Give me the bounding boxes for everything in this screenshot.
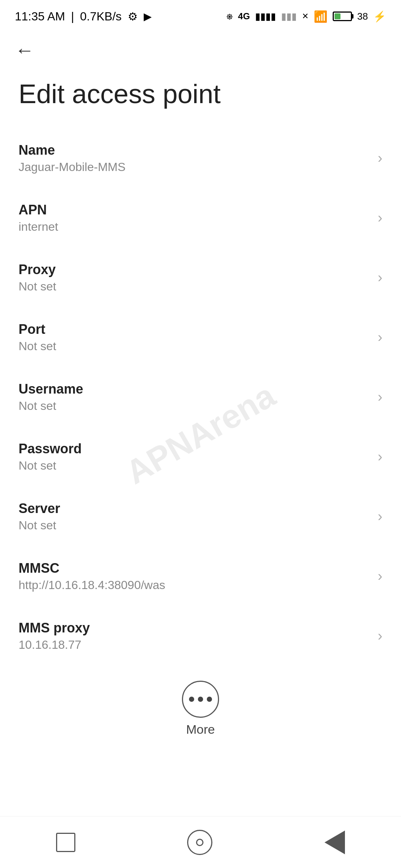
back-nav-icon xyxy=(325,831,345,854)
settings-item-label-1: APN xyxy=(19,202,370,218)
status-bar: 11:35 AM | 0.7KB/s ⚙ ▶ ⎈ 4G ▮▮▮▮ ▮▮▮ ✕ 📶… xyxy=(0,0,401,30)
dot1 xyxy=(189,697,194,702)
settings-item-proxy[interactable]: Proxy Not set › xyxy=(0,248,401,308)
time-display: 11:35 AM xyxy=(15,10,65,23)
status-right: ⎈ 4G ▮▮▮▮ ▮▮▮ ✕ 📶 38 ⚡ xyxy=(226,10,386,23)
settings-item-label-5: Password xyxy=(19,441,370,457)
home-icon xyxy=(187,830,212,855)
battery-icon xyxy=(333,11,352,21)
signal-4g-icon: 4G xyxy=(238,11,250,22)
dot3 xyxy=(207,697,212,702)
signal-bars-icon: ▮▮▮▮ xyxy=(255,11,276,22)
chevron-right-icon-1: › xyxy=(378,210,382,226)
signal-x-icon: ✕ xyxy=(302,11,309,21)
more-button-area: More xyxy=(0,666,401,748)
chevron-right-icon-4: › xyxy=(378,389,382,405)
settings-item-value-0: Jaguar-Mobile-MMS xyxy=(19,160,370,174)
settings-item-label-3: Port xyxy=(19,322,370,337)
settings-item-label-6: Server xyxy=(19,501,370,516)
settings-item-content: Proxy Not set xyxy=(19,262,370,293)
settings-list: Name Jaguar-Mobile-MMS › APN internet › … xyxy=(0,128,401,666)
chevron-right-icon-7: › xyxy=(378,568,382,584)
settings-item-content: Username Not set xyxy=(19,381,370,413)
settings-item-content: MMS proxy 10.16.18.77 xyxy=(19,620,370,652)
wifi-icon: 📶 xyxy=(314,10,327,23)
settings-item-content: Server Not set xyxy=(19,501,370,532)
chevron-right-icon-8: › xyxy=(378,628,382,644)
settings-item-value-1: internet xyxy=(19,220,370,234)
bolt-icon: ⚡ xyxy=(373,10,386,23)
settings-item-content: Port Not set xyxy=(19,322,370,353)
settings-item-name[interactable]: Name Jaguar-Mobile-MMS › xyxy=(0,128,401,188)
page-title-section: Edit access point xyxy=(0,67,401,128)
chevron-right-icon-3: › xyxy=(378,329,382,345)
settings-item-label-7: MMSC xyxy=(19,560,370,576)
settings-item-server[interactable]: Server Not set › xyxy=(0,487,401,546)
settings-item-label-4: Username xyxy=(19,381,370,397)
settings-item-password[interactable]: Password Not set › xyxy=(0,427,401,487)
settings-item-value-7: http://10.16.18.4:38090/was xyxy=(19,578,370,592)
page-title: Edit access point xyxy=(19,78,382,110)
settings-item-value-3: Not set xyxy=(19,339,370,353)
settings-item-content: Name Jaguar-Mobile-MMS xyxy=(19,142,370,174)
settings-item-value-8: 10.16.18.77 xyxy=(19,638,370,652)
status-left: 11:35 AM | 0.7KB/s ⚙ ▶ xyxy=(15,10,152,23)
settings-item-mms-proxy[interactable]: MMS proxy 10.16.18.77 › xyxy=(0,606,401,666)
video-icon: ▶ xyxy=(144,10,152,23)
settings-item-value-2: Not set xyxy=(19,280,370,293)
battery-percent: 38 xyxy=(357,11,368,22)
back-nav-button[interactable] xyxy=(325,831,345,854)
speed-display: | xyxy=(71,10,74,23)
chevron-right-icon-6: › xyxy=(378,509,382,525)
bluetooth-icon: ⎈ xyxy=(226,10,233,22)
settings-item-label-8: MMS proxy xyxy=(19,620,370,636)
more-label: More xyxy=(186,722,215,737)
back-button[interactable]: ← xyxy=(15,40,34,60)
more-button[interactable] xyxy=(182,681,219,718)
settings-item-content: APN internet xyxy=(19,202,370,234)
dot2 xyxy=(198,697,203,702)
settings-item-value-6: Not set xyxy=(19,519,370,532)
settings-item-content: MMSC http://10.16.18.4:38090/was xyxy=(19,560,370,592)
home-icon-inner xyxy=(196,839,203,846)
settings-item-content: Password Not set xyxy=(19,441,370,473)
top-navigation: ← xyxy=(0,30,401,67)
settings-item-mmsc[interactable]: MMSC http://10.16.18.4:38090/was › xyxy=(0,546,401,606)
settings-item-value-5: Not set xyxy=(19,459,370,473)
signal-bars2-icon: ▮▮▮ xyxy=(281,11,297,22)
settings-item-port[interactable]: Port Not set › xyxy=(0,308,401,367)
more-dots-icon xyxy=(189,697,212,702)
network-speed: 0.7KB/s xyxy=(80,10,122,23)
settings-icon: ⚙ xyxy=(128,10,138,23)
settings-item-value-4: Not set xyxy=(19,399,370,413)
home-button[interactable] xyxy=(187,830,212,855)
navigation-bar xyxy=(0,816,401,868)
chevron-right-icon-5: › xyxy=(378,449,382,465)
chevron-right-icon-0: › xyxy=(378,150,382,166)
chevron-right-icon-2: › xyxy=(378,270,382,286)
battery-fill xyxy=(335,13,340,19)
settings-item-label-2: Proxy xyxy=(19,262,370,277)
settings-item-username[interactable]: Username Not set › xyxy=(0,367,401,427)
settings-item-apn[interactable]: APN internet › xyxy=(0,188,401,248)
recent-apps-icon xyxy=(56,833,75,852)
settings-item-label-0: Name xyxy=(19,142,370,158)
recent-apps-button[interactable] xyxy=(56,833,75,852)
